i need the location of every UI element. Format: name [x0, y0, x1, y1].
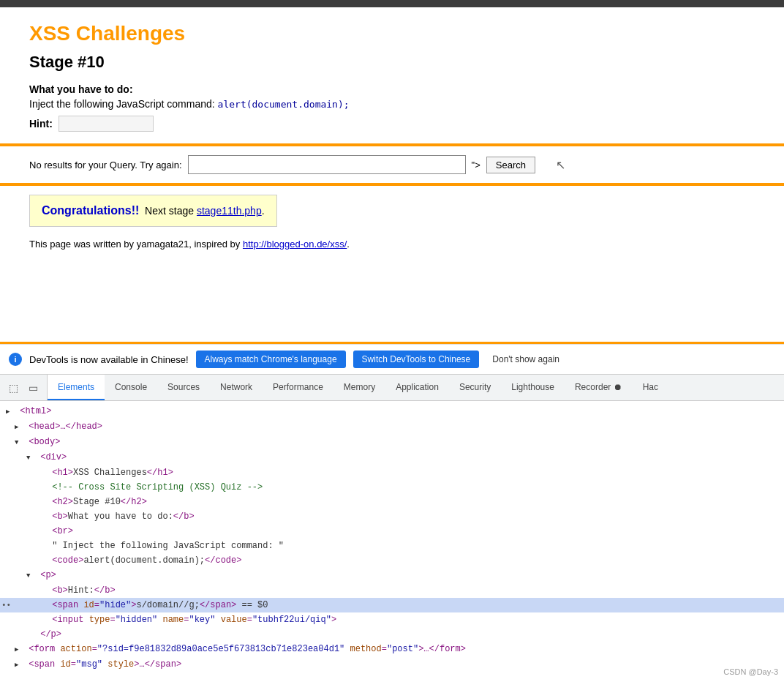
search-input[interactable] [188, 155, 466, 174]
tab-console[interactable]: Console [105, 375, 157, 400]
hint-label: Hint: [29, 118, 53, 130]
footer-text: This page was written by yamagata21, ins… [29, 239, 755, 250]
congrats-text: Congratulations!! [42, 204, 139, 217]
devtools-notification: i DevTools is now available in Chinese! … [0, 344, 784, 374]
devtools-tab-icons: ⬚ ▭ [0, 375, 48, 400]
device-toolbar-icon[interactable]: ▭ [26, 381, 41, 395]
task-code: alert(document.domain); [218, 99, 350, 110]
dont-show-again-button[interactable]: Don't show again [486, 351, 565, 368]
dom-line-text-inject[interactable]: " Inject the following JavaScript comman… [0, 539, 784, 553]
triangle-p[interactable] [26, 569, 35, 582]
devtools-panel: ⬚ ▭ Elements Console Sources Network Per… [0, 374, 784, 675]
dom-line-br[interactable]: <br> [0, 524, 784, 539]
triangle-body[interactable] [15, 435, 23, 449]
dom-line-div[interactable]: <div> [0, 450, 784, 465]
footer-link[interactable]: http://blogged-on.de/xss/ [243, 239, 347, 250]
hint-box [59, 116, 154, 132]
task-text: Inject the following JavaScript command:… [29, 98, 755, 110]
congrats-box: Congratulations!! Next stage stage11th.p… [29, 195, 277, 227]
always-match-language-button[interactable]: Always match Chrome's language [196, 351, 346, 368]
dom-line-body[interactable]: <body> [0, 435, 784, 450]
devtools-tabs: ⬚ ▭ Elements Console Sources Network Per… [0, 375, 784, 401]
search-suffix: "> [472, 160, 480, 170]
next-stage-text: Next stage stage11th.php. [142, 205, 264, 217]
tab-performance[interactable]: Performance [263, 375, 333, 400]
tab-sources[interactable]: Sources [157, 375, 210, 400]
dom-line-input-hidden[interactable]: <input type="hidden" name="key" value="t… [0, 612, 784, 627]
hint-row: Hint: [29, 116, 755, 132]
tab-security[interactable]: Security [449, 375, 501, 400]
task-label: What you have to do: [29, 83, 755, 95]
dom-line-head[interactable]: <head>…</head> [0, 419, 784, 435]
devtools-dom-content: <html> <head>…</head> <body> <div> <h1>X… [0, 401, 784, 675]
triangle-div[interactable] [26, 451, 35, 465]
search-row: No results for your Query. Try again: ">… [29, 155, 755, 174]
dom-two-dots: •• [1, 599, 11, 612]
dom-line-span-msg[interactable]: <span id="msg" style>…</span> [0, 657, 784, 672]
tab-memory[interactable]: Memory [333, 375, 385, 400]
triangle-html[interactable] [6, 405, 15, 419]
triangle-head[interactable] [15, 420, 23, 434]
dom-line-p-close[interactable]: </p> [0, 627, 784, 642]
tab-lighthouse[interactable]: Lighthouse [501, 375, 565, 400]
dom-line-h1[interactable]: <h1>XSS Challenges</h1> [0, 465, 784, 480]
tab-hac[interactable]: Hac [633, 375, 668, 400]
switch-devtools-language-button[interactable]: Switch DevTools to Chinese [353, 351, 480, 368]
task-text-prefix: Inject the following JavaScript command: [29, 98, 215, 110]
dom-line-form[interactable]: <form action="?sid=f9e81832d89a0ace5e5f6… [0, 642, 784, 657]
notification-text: DevTools is now available in Chinese! [29, 354, 189, 365]
dom-line-b-hint[interactable]: <b>Hint:</b> [0, 583, 784, 598]
dom-line-span-hide[interactable]: •• <span id="hide">s/domain//g;</span> =… [0, 598, 784, 612]
search-button[interactable]: Search [486, 157, 535, 173]
dom-line-b-task[interactable]: <b>What you have to do:</b> [0, 509, 784, 524]
info-icon: i [9, 353, 22, 366]
orange-bar-top [0, 143, 784, 146]
dom-line-code[interactable]: <code>alert(document.domain);</code> [0, 553, 784, 568]
tab-elements[interactable]: Elements [48, 375, 105, 400]
page-title: XSS Challenges [29, 22, 755, 45]
inspect-element-icon[interactable]: ⬚ [6, 381, 21, 395]
dom-line-p[interactable]: <p> [0, 568, 784, 583]
triangle-span-msg[interactable] [15, 658, 23, 672]
browser-chrome [0, 0, 784, 7]
next-stage-link[interactable]: stage11th.php [197, 205, 262, 217]
tab-recorder[interactable]: Recorder ⏺ [565, 375, 633, 400]
dom-line-comment[interactable]: <!-- Cross Site Scripting (XSS) Quiz --> [0, 480, 784, 495]
tab-network[interactable]: Network [210, 375, 263, 400]
cursor-indicator: ↖ [556, 158, 565, 172]
page-content: XSS Challenges Stage #10 What you have t… [0, 7, 784, 344]
watermark: CSDN @Day-3 [723, 667, 778, 675]
tab-application[interactable]: Application [385, 375, 449, 400]
search-label: No results for your Query. Try again: [29, 160, 182, 170]
dom-line-html[interactable]: <html> [0, 404, 784, 419]
triangle-form[interactable] [15, 642, 23, 656]
stage-title: Stage #10 [29, 53, 755, 72]
orange-bar-bottom [0, 183, 784, 186]
dom-line-h2[interactable]: <h2>Stage #10</h2> [0, 495, 784, 509]
